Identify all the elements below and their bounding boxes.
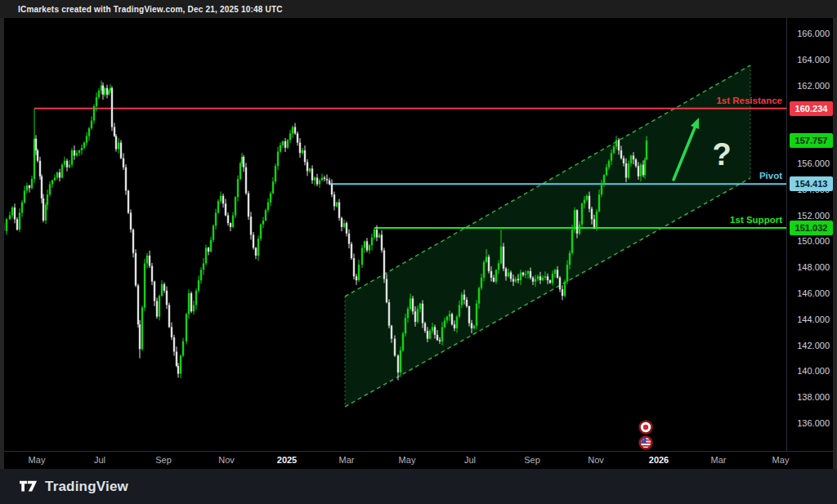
candle-down [463, 295, 465, 300]
candle-down [512, 279, 514, 282]
candle-down [424, 323, 426, 332]
candle-down [163, 284, 165, 291]
candle-down [245, 167, 247, 194]
candle-down [532, 278, 534, 282]
candle-up [88, 128, 90, 136]
candle-down [151, 266, 153, 282]
candle-up [596, 212, 598, 227]
candle-down [166, 291, 168, 305]
candle-down [635, 159, 637, 166]
candle-down [243, 157, 244, 167]
candle-up [96, 97, 97, 106]
candle-up [188, 293, 190, 314]
candle-down [130, 212, 132, 230]
candle-up [525, 274, 526, 275]
candle-up [232, 216, 234, 227]
candle-down [633, 155, 634, 159]
candle-down [530, 271, 531, 278]
resistance-price-badge: 160.234 [790, 101, 833, 116]
candle-down [316, 177, 318, 184]
candle-up [527, 271, 529, 274]
candle-up [93, 106, 95, 120]
candle-down [190, 293, 192, 311]
candle-up [195, 291, 197, 305]
candle-up [81, 148, 83, 150]
candle-down [427, 331, 428, 339]
candle-up [554, 270, 556, 274]
candle-down [593, 219, 595, 227]
japan-flag-event-icon[interactable] [640, 421, 652, 434]
candle-up [321, 177, 323, 180]
pivot-price-badge: 154.413 [790, 176, 833, 191]
candle-up [446, 317, 448, 321]
chart-canvas[interactable]: 1st ResistancePivot1st Support? [0, 18, 786, 451]
candle-down [125, 167, 127, 191]
candle-up [275, 166, 276, 181]
candle-up [71, 150, 73, 164]
candle-down [539, 276, 541, 280]
candle-up [289, 133, 291, 140]
time-tick-label: Nov [588, 455, 604, 465]
candle-up [608, 161, 610, 167]
candle-down [351, 244, 352, 258]
candle-up [83, 143, 85, 148]
tradingview-brand[interactable]: TradingView [45, 479, 128, 495]
candle-down [618, 140, 620, 150]
candle-up [361, 248, 363, 265]
candle-up [118, 143, 119, 149]
candle-up [47, 194, 48, 205]
candle-down [471, 323, 472, 328]
candle-down [341, 218, 342, 227]
candle-up [51, 181, 53, 185]
candle-up [441, 327, 443, 341]
ascending-channel-drawing[interactable] [345, 65, 750, 407]
candle-down [394, 339, 396, 356]
candle-up [76, 153, 78, 155]
candle-up [508, 273, 509, 277]
tradingview-logo-icon[interactable] [20, 479, 38, 493]
chart-frame-edge-left [0, 18, 4, 469]
price-tick-label: 138.000 [797, 391, 830, 403]
us-flag-event-icon[interactable] [640, 437, 652, 450]
candle-down [154, 282, 155, 301]
question-mark-annotation[interactable]: ? [712, 137, 731, 172]
candle-up [369, 245, 370, 250]
candle-up [180, 355, 181, 373]
candle-up [257, 239, 259, 256]
candle-up [615, 140, 617, 146]
candle-down [255, 248, 257, 256]
candle-up [410, 298, 411, 309]
time-tick-label: Sep [524, 455, 540, 465]
price-axis[interactable]: 166.000164.000162.000156.000154.000152.0… [786, 18, 837, 451]
candle-up [56, 172, 58, 177]
candle-down [414, 311, 416, 322]
candle-up [628, 163, 629, 177]
candle-up [210, 240, 212, 252]
candle-down [128, 190, 129, 212]
price-tick-label: 164.000 [797, 54, 830, 65]
candle-up [31, 179, 33, 188]
candle-down [510, 273, 512, 279]
time-tick-label: Jul [94, 455, 105, 465]
candle-down [41, 176, 43, 198]
candle-up [161, 284, 163, 296]
candle-down [488, 256, 490, 270]
candle-down [505, 269, 507, 277]
candle-up [309, 168, 311, 171]
candle-up [407, 309, 409, 318]
candle-up [267, 203, 269, 211]
candle-down [123, 158, 124, 167]
candle-up [220, 196, 222, 201]
candle-down [422, 304, 423, 323]
candle-down [250, 216, 252, 234]
time-tick-label: 2026 [649, 455, 669, 465]
candle-up [21, 203, 23, 213]
candle-up [579, 225, 580, 234]
candle-up [9, 216, 11, 220]
candle-down [493, 278, 495, 282]
candle-up [86, 136, 87, 143]
candle-down [35, 139, 37, 150]
candle-down [248, 194, 249, 217]
time-axis[interactable]: MayJulSepNov2025MarMayJulSepNov2026MarMa… [0, 451, 837, 469]
candle-up [603, 175, 605, 183]
